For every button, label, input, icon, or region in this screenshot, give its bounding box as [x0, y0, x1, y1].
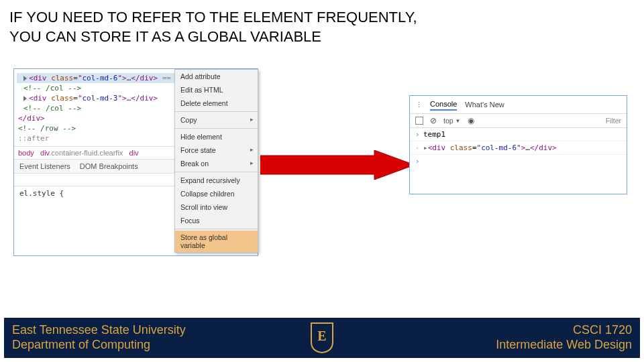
course-code: CSCI 1720	[496, 323, 632, 338]
separator	[175, 172, 258, 172]
console-text: temp1	[423, 130, 445, 139]
context-dropdown[interactable]: top▼	[443, 117, 461, 125]
sidebar-toggle-icon[interactable]	[415, 117, 423, 125]
tab-whats-new[interactable]: What's New	[465, 99, 504, 110]
ctx-add-attribute[interactable]: Add attribute	[175, 70, 258, 83]
submenu-icon: ▸	[250, 146, 254, 153]
svg-marker-0	[260, 150, 415, 180]
ctx-copy[interactable]: Copy▸	[175, 113, 258, 127]
title-line-2: YOU CAN STORE IT AS A GLOBAL VARIABLE	[9, 28, 321, 45]
separator	[175, 111, 258, 112]
console-output: › temp1 ‹ ▸<div class="col-md-6">…</div>…	[410, 128, 627, 168]
devtools-console-panel: ⋮ Console What's New ⊘ top▼ ◉ Filter › t…	[409, 95, 627, 194]
ctx-force-state[interactable]: Force state▸	[175, 143, 258, 157]
ctx-expand-recursively[interactable]: Expand recursively	[175, 174, 258, 187]
separator	[175, 229, 258, 229]
ctx-hide-element[interactable]: Hide element	[175, 130, 258, 143]
ctx-scroll-into-view[interactable]: Scroll into view	[175, 200, 258, 214]
ctx-focus[interactable]: Focus	[175, 214, 258, 227]
chevron-in-icon: ›	[415, 157, 423, 166]
submenu-icon: ▸	[250, 116, 254, 123]
footer-left: East Tennessee State University Departme…	[12, 323, 186, 352]
tab-dom-breakpoints[interactable]: DOM Breakpoints	[80, 162, 138, 170]
svg-text:E: E	[317, 328, 326, 343]
tab-event-listeners[interactable]: Event Listeners	[19, 162, 70, 170]
kebab-icon[interactable]: ⋮	[415, 101, 422, 109]
live-expression-icon[interactable]: ◉	[468, 116, 474, 125]
ctx-delete-element[interactable]: Delete element	[175, 97, 258, 110]
course-name: Intermediate Web Design	[496, 338, 632, 353]
expand-icon[interactable]	[23, 76, 27, 81]
red-arrow	[260, 150, 415, 180]
filter-input[interactable]: Filter	[606, 117, 621, 125]
ctx-edit-as-html[interactable]: Edit as HTML	[175, 83, 258, 97]
footer-bar: East Tennessee State University Departme…	[4, 318, 640, 358]
console-prompt[interactable]: ›	[410, 155, 627, 168]
ctx-store-as-global[interactable]: Store as global variable	[175, 231, 258, 252]
console-echo: ▸<div class="col-md-6">…</div>	[423, 143, 557, 152]
footer-right: CSCI 1720 Intermediate Web Design	[496, 323, 632, 352]
university-name: East Tennessee State University	[12, 323, 186, 338]
submenu-icon: ▸	[250, 160, 254, 166]
title-line-1: IF YOU NEED TO REFER TO THE ELEMENT FREQ…	[9, 9, 417, 25]
chevron-in-icon: ›	[415, 130, 423, 139]
ctx-break-on[interactable]: Break on▸	[175, 157, 258, 170]
etsu-logo: E	[309, 322, 335, 354]
clear-console-icon[interactable]: ⊘	[430, 116, 437, 125]
console-input-line: › temp1	[410, 128, 627, 141]
department-name: Department of Computing	[12, 338, 186, 353]
expand-icon[interactable]	[23, 96, 27, 101]
console-output-line: ‹ ▸<div class="col-md-6">…</div>	[410, 141, 627, 155]
context-menu: Add attribute Edit as HTML Delete elemen…	[174, 69, 258, 253]
console-toolbar: ⊘ top▼ ◉ Filter	[410, 114, 627, 128]
ctx-collapse-children[interactable]: Collapse children	[175, 187, 258, 200]
console-tabs: ⋮ Console What's New	[410, 96, 627, 114]
slide-title: IF YOU NEED TO REFER TO THE ELEMENT FREQ…	[9, 8, 417, 46]
chevron-out-icon: ‹	[415, 143, 423, 152]
separator	[175, 128, 258, 129]
tab-console[interactable]: Console	[430, 99, 457, 111]
